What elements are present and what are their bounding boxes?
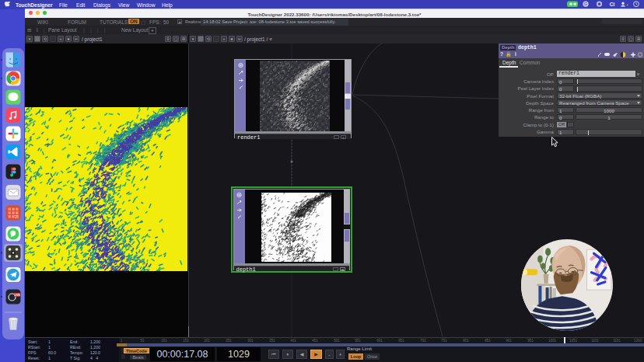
svg-text:LIVE: LIVE bbox=[14, 294, 20, 297]
svg-text:G: G bbox=[584, 2, 587, 6]
svg-text:Ci: Ci bbox=[610, 2, 615, 7]
svg-text:35: 35 bbox=[15, 215, 19, 219]
